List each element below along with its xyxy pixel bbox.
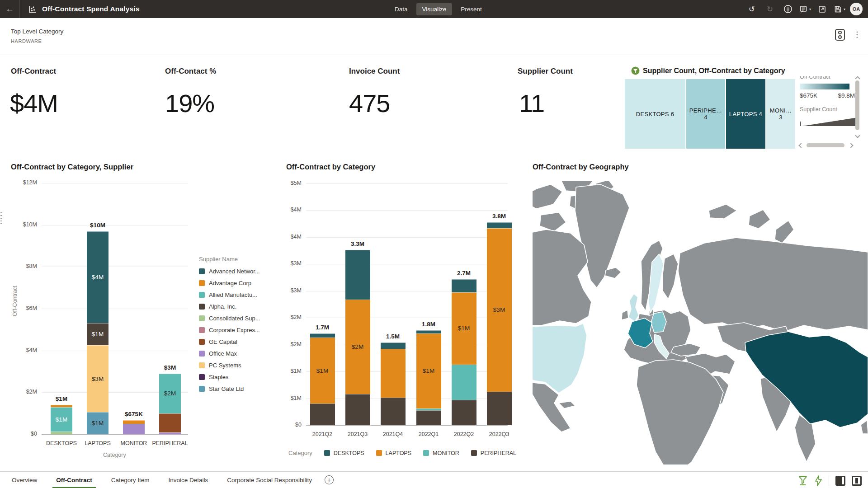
comments-icon[interactable]: ▾ bbox=[799, 5, 811, 14]
segment-label: $3M bbox=[92, 375, 104, 382]
canvas-drag-handle[interactable] bbox=[0, 212, 2, 225]
legend-item[interactable]: MONITOR bbox=[423, 450, 459, 456]
legend-item[interactable]: Office Max bbox=[199, 350, 260, 357]
bar-segment[interactable]: $4M bbox=[87, 231, 108, 324]
map-region-finland[interactable] bbox=[663, 254, 678, 299]
filter-value[interactable]: HARDWARE bbox=[11, 38, 42, 44]
back-button[interactable]: ← bbox=[0, 0, 20, 18]
map-region-cuba[interactable] bbox=[559, 401, 575, 408]
tab-data[interactable]: Data bbox=[389, 3, 414, 15]
tab-visualize[interactable]: Visualize bbox=[416, 3, 453, 15]
map-region-russia[interactable] bbox=[749, 210, 770, 229]
bar-segment[interactable] bbox=[51, 405, 72, 407]
save-icon[interactable]: ▾ bbox=[834, 5, 845, 14]
vertical-scrollbar[interactable] bbox=[855, 80, 859, 130]
map-region-united-kingdom[interactable] bbox=[628, 294, 639, 322]
bar-segment[interactable]: $1M bbox=[87, 412, 108, 434]
scroll-left-icon[interactable] bbox=[798, 143, 803, 148]
legend-item[interactable]: Corporate Expres... bbox=[199, 327, 260, 333]
bar-segment[interactable] bbox=[310, 404, 335, 425]
insights-icon[interactable] bbox=[781, 2, 795, 16]
map-region-africa[interactable] bbox=[637, 360, 723, 465]
bar-segment[interactable]: $1M bbox=[416, 333, 441, 408]
legend-item[interactable]: Advantage Corp bbox=[199, 280, 260, 286]
map-region-russia[interactable] bbox=[678, 238, 868, 332]
bar-segment[interactable] bbox=[452, 279, 476, 293]
bar-segment[interactable] bbox=[310, 333, 335, 338]
treemap-tile[interactable]: MONI… 3 bbox=[766, 79, 795, 149]
tab-category-item[interactable]: Category Item bbox=[110, 472, 151, 488]
map-region-canada[interactable] bbox=[533, 184, 562, 209]
bar-segment[interactable] bbox=[159, 432, 181, 434]
panel-right-icon[interactable] bbox=[835, 476, 845, 486]
bar-segment[interactable] bbox=[123, 420, 145, 424]
legend-item[interactable]: Staples bbox=[199, 374, 260, 380]
filter-label[interactable]: Top Level Category bbox=[11, 28, 63, 35]
bar-segment[interactable]: $1M bbox=[452, 292, 476, 364]
bar-segment[interactable] bbox=[487, 392, 512, 425]
kebab-menu-icon[interactable]: ⋮ bbox=[853, 29, 861, 41]
map-region-canada[interactable] bbox=[533, 230, 591, 325]
bar-segment[interactable] bbox=[345, 250, 370, 299]
legend-item[interactable]: Allied Manufactu... bbox=[199, 291, 260, 298]
treemap-legend: Off-Contract $675K $9.8M Supplier Count bbox=[800, 76, 858, 127]
tab-overview[interactable]: Overview bbox=[11, 472, 38, 488]
bar-segment[interactable]: $2M bbox=[345, 300, 370, 394]
bar-segment[interactable] bbox=[416, 408, 441, 410]
bar-segment[interactable] bbox=[159, 413, 181, 433]
bar-segment[interactable] bbox=[416, 330, 441, 333]
bar-segment[interactable] bbox=[51, 432, 72, 434]
legend-item[interactable]: DESKTOPS bbox=[324, 450, 364, 456]
avatar[interactable]: OA bbox=[850, 3, 863, 15]
bar-segment[interactable]: $2M bbox=[159, 374, 181, 413]
tab-off-contract[interactable]: Off-Contract bbox=[55, 472, 93, 488]
bar-segment[interactable] bbox=[416, 410, 441, 425]
auto-apply-icon[interactable] bbox=[814, 475, 822, 486]
panel-split-icon[interactable] bbox=[852, 476, 862, 486]
legend-item[interactable]: Advanced Networ... bbox=[199, 268, 260, 275]
legend-item[interactable]: LAPTOPS bbox=[376, 450, 411, 456]
add-canvas-icon[interactable]: + bbox=[325, 475, 334, 484]
legend-item[interactable]: Alpha, Inc. bbox=[199, 303, 260, 310]
map-region-united-states[interactable] bbox=[533, 324, 587, 393]
bar-segment[interactable] bbox=[452, 400, 476, 425]
map-region-canada[interactable] bbox=[540, 212, 566, 231]
scroll-right-icon[interactable] bbox=[848, 143, 853, 148]
bar-segment[interactable] bbox=[487, 222, 512, 228]
legend-item[interactable]: Consolidated Sup... bbox=[199, 315, 260, 322]
tab-invoice-details[interactable]: Invoice Details bbox=[168, 472, 209, 488]
legend-item[interactable]: PC Systems bbox=[199, 362, 260, 369]
legend-item[interactable]: GE Capital bbox=[199, 338, 260, 345]
bar-segment[interactable]: $1M bbox=[310, 338, 335, 404]
treemap-tile[interactable]: PERIPHE… 4 bbox=[686, 79, 725, 149]
map-region-russia[interactable] bbox=[775, 221, 794, 243]
filter-bar-icon[interactable] bbox=[798, 475, 808, 486]
bar-segment[interactable] bbox=[452, 365, 476, 400]
bar-segment[interactable] bbox=[381, 398, 406, 425]
bar-segment[interactable] bbox=[381, 349, 406, 398]
legend-swatch bbox=[199, 280, 205, 286]
bar-segment[interactable]: $1M bbox=[87, 323, 108, 345]
bar-segment[interactable]: $3M bbox=[487, 228, 512, 392]
map-region-germany[interactable] bbox=[651, 312, 666, 333]
undo-icon[interactable]: ↺ bbox=[745, 2, 759, 16]
map-region-ireland[interactable] bbox=[622, 310, 628, 320]
tab-present[interactable]: Present bbox=[455, 3, 488, 15]
map-region-russia[interactable] bbox=[709, 204, 737, 219]
legend-item[interactable]: Star Gate Ltd bbox=[199, 385, 260, 392]
legend-item[interactable]: PERIPHERAL bbox=[471, 450, 516, 456]
bar-segment[interactable]: $1M bbox=[51, 407, 72, 432]
open-window-icon[interactable] bbox=[816, 2, 829, 16]
bar-segment[interactable]: $3M bbox=[87, 345, 108, 412]
tab-csr[interactable]: Corporate Social Responsibility bbox=[226, 472, 313, 488]
bar-segment[interactable] bbox=[381, 343, 406, 349]
limit-values-icon[interactable] bbox=[835, 29, 845, 41]
scroll-down-icon[interactable] bbox=[855, 133, 860, 138]
redo-icon[interactable]: ↻ bbox=[763, 2, 777, 16]
treemap-tile[interactable]: DESKTOPS 6 bbox=[625, 79, 685, 149]
bar-segment[interactable] bbox=[345, 394, 370, 425]
horizontal-scrollbar[interactable] bbox=[807, 143, 844, 147]
treemap-tile[interactable]: LAPTOPS 4 bbox=[726, 79, 765, 149]
map-region-korea[interactable] bbox=[861, 420, 868, 434]
bar-segment[interactable] bbox=[123, 424, 145, 434]
